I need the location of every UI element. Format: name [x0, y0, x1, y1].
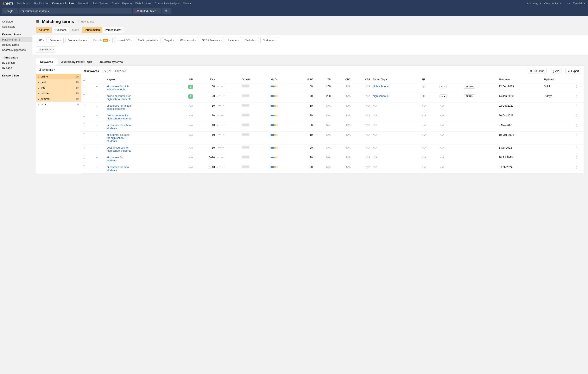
expand-icon[interactable]: +	[96, 85, 98, 88]
nav-content-explorer[interactable]: Content Explorer	[112, 2, 132, 5]
nav-community[interactable]: Community ↗	[544, 2, 561, 5]
filter-serp-features[interactable]: SERP features ▾	[200, 37, 224, 43]
mode-terms-match[interactable]: Terms match	[82, 27, 103, 33]
row-checkbox[interactable]	[83, 146, 85, 149]
nav-more[interactable]: More ▾	[183, 2, 191, 5]
expand-icon[interactable]: +	[96, 104, 98, 107]
refresh-icon[interactable]: ⟆	[576, 133, 577, 136]
keyword-link[interactable]: ai courses for middle school students	[107, 104, 132, 110]
parent-topic-link[interactable]: high school ai	[373, 85, 389, 88]
keyword-link[interactable]: ai courses for high school students	[107, 85, 132, 91]
sidebar-item-by-domain[interactable]: By domain	[0, 60, 32, 65]
how-to-use-link[interactable]: ❔How to use	[77, 20, 94, 23]
trend-button[interactable]: 〰 ▾	[440, 85, 447, 88]
filter-lowest-dr[interactable]: Lowest DR ▾	[114, 37, 134, 43]
filter-include[interactable]: Include ▾	[226, 37, 241, 43]
filter-growth[interactable]: Growth New ▾	[91, 37, 113, 43]
expand-icon[interactable]: +	[96, 166, 98, 169]
term-best[interactable]: ▸best10	[36, 79, 81, 85]
country-select[interactable]: United States ▾	[133, 8, 161, 14]
refresh-icon[interactable]: ⟆	[576, 146, 577, 149]
sidebar-item-search-suggestions[interactable]: Search suggestions	[0, 47, 32, 53]
row-checkbox[interactable]	[83, 95, 85, 97]
filter-word-count[interactable]: Word count ▾	[178, 37, 198, 43]
term-middle[interactable]: ▸middle10	[36, 90, 81, 96]
filter-kd[interactable]: KD ▾	[36, 37, 46, 43]
nav-site-explorer[interactable]: Site Explorer	[33, 2, 49, 5]
th-first-seen[interactable]: First seen	[498, 76, 543, 83]
mode-questions[interactable]: Questions	[52, 27, 69, 33]
filter-first-seen[interactable]: First seen ▾	[261, 37, 279, 43]
th-kd[interactable]: KD	[176, 76, 194, 83]
nav-academy[interactable]: Academy ↗	[527, 2, 541, 5]
trend-button[interactable]: 〰 ▾	[440, 95, 447, 98]
menu-icon[interactable]: ☰	[36, 20, 39, 23]
filter-exclude[interactable]: Exclude ▾	[243, 37, 259, 43]
row-checkbox[interactable]	[83, 124, 85, 126]
row-checkbox[interactable]	[83, 156, 85, 159]
expand-icon[interactable]: +	[96, 146, 98, 150]
th-sv[interactable]: SV ▾	[194, 76, 216, 83]
serp-button[interactable]: SERP ▾	[464, 85, 475, 89]
term-mba[interactable]: ▸mba0	[36, 102, 81, 107]
row-checkbox[interactable]	[83, 104, 85, 107]
expand-icon[interactable]: +	[96, 114, 98, 117]
serp-button[interactable]: SERP ▾	[464, 95, 475, 98]
display-icon[interactable]: ▭	[567, 2, 570, 5]
search-engine-select[interactable]: Google ▾	[2, 8, 18, 14]
refresh-icon[interactable]: ⟆	[576, 95, 577, 97]
nav-dashboard[interactable]: Dashboard	[17, 2, 30, 5]
sidebar-item-related-terms[interactable]: Related terms	[0, 42, 32, 47]
select-all-checkbox[interactable]	[83, 78, 85, 81]
search-button[interactable]: 🔍	[162, 8, 171, 14]
nav-competitive-analysis[interactable]: Competitive Analysis	[155, 2, 180, 5]
columns-button[interactable]: ▦Columns	[528, 68, 546, 74]
by-terms-dropdown[interactable]: ⇶ By terms ▾	[36, 66, 81, 74]
th-keyword[interactable]: Keyword	[105, 76, 176, 83]
th-tp[interactable]: TP	[314, 76, 332, 83]
filter-volume[interactable]: Volume ▾	[48, 37, 64, 43]
nav-keywords-explorer[interactable]: Keywords Explorer	[52, 2, 74, 5]
mode-all-terms[interactable]: All terms	[36, 27, 52, 33]
refresh-icon[interactable]: ⟆	[576, 156, 577, 159]
keyword-link[interactable]: free ai courses for high school students	[107, 114, 132, 120]
filter-more-filters[interactable]: More filters ▾	[36, 46, 56, 53]
nav-web-explorer[interactable]: Web Explorer	[135, 2, 152, 5]
expand-icon[interactable]: +	[96, 124, 98, 127]
keyword-search-input[interactable]	[19, 8, 132, 14]
filter-traffic-potential[interactable]: Traffic potential ▾	[136, 37, 160, 43]
refresh-icon[interactable]: ⟆	[576, 104, 577, 107]
keyword-link[interactable]: ai courses for school students	[107, 124, 132, 130]
api-button[interactable]: {}API	[550, 68, 562, 74]
keyword-link[interactable]: ai summer courses for high school studen…	[107, 133, 132, 143]
tab-clusters-by-parent-topic[interactable]: Clusters by Parent Topic	[57, 58, 96, 65]
sidebar-item-matching-terms[interactable]: Matching terms	[0, 37, 32, 42]
term-free[interactable]: ▸free10	[36, 85, 81, 90]
refresh-icon[interactable]: ⟆	[576, 124, 577, 127]
nav-rank-tracker[interactable]: Rank Tracker	[93, 2, 108, 5]
export-button[interactable]: ⬇Export	[566, 68, 581, 74]
refresh-icon[interactable]: ⟆	[576, 85, 577, 88]
filter-target[interactable]: Target ▾	[162, 37, 176, 43]
user-menu[interactable]: ZeroAdo ▾	[573, 2, 586, 5]
refresh-icon[interactable]: ⟆	[576, 114, 577, 117]
term-summer[interactable]: ▸summer10	[36, 96, 81, 102]
keyword-link[interactable]: online ai courses for high school studen…	[107, 95, 132, 101]
keyword-link[interactable]: ai courses for mba students	[107, 166, 132, 172]
th-gsv[interactable]: GSV	[294, 76, 314, 83]
expand-icon[interactable]: +	[96, 95, 98, 98]
tab-clusters-by-terms[interactable]: Clusters by terms	[96, 58, 126, 65]
keyword-link[interactable]: best ai courses for high school students	[107, 146, 132, 152]
mode-phrase-match[interactable]: Phrase match	[103, 27, 124, 33]
filter-global-volume[interactable]: Global volume ▾	[65, 37, 89, 43]
expand-icon[interactable]: +	[96, 156, 98, 159]
th-sf[interactable]: SF	[420, 76, 438, 83]
sidebar-item-ads-history[interactable]: Ads history	[0, 24, 32, 29]
th-growth[interactable]: Growth	[241, 76, 270, 83]
row-checkbox[interactable]	[83, 114, 85, 117]
sidebar-item-by-page[interactable]: By page	[0, 65, 32, 70]
refresh-icon[interactable]: ⟆	[576, 166, 577, 169]
row-checkbox[interactable]	[83, 85, 85, 87]
th-updated[interactable]: Updated	[543, 76, 575, 83]
brand-logo[interactable]: ahrefs	[2, 1, 14, 6]
